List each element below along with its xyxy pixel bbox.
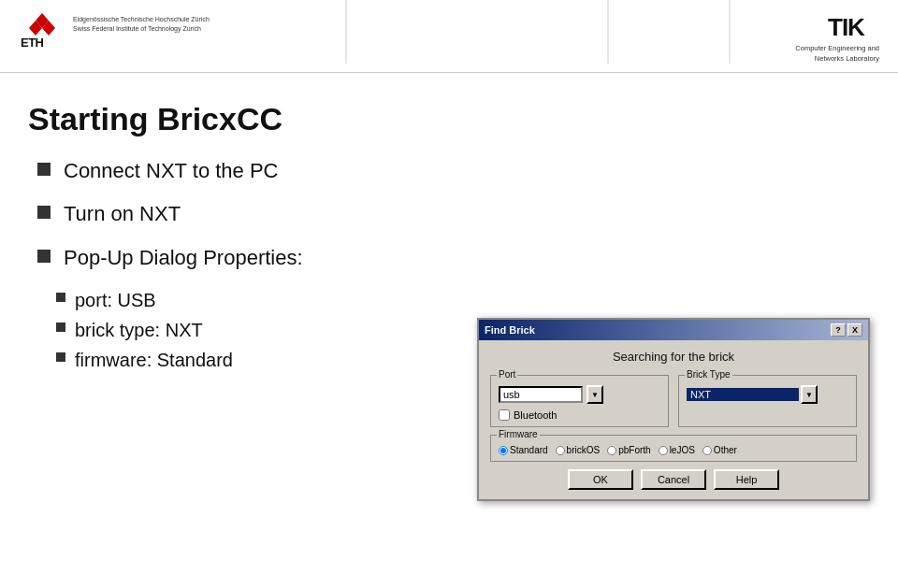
slide-title: Starting BricxCC bbox=[28, 101, 870, 137]
bullet-icon-turn-on bbox=[37, 206, 51, 219]
sub-bullet-port: port: USB bbox=[56, 288, 870, 312]
port-bricktype-row: Port ▼ Bluetooth Brick Type NXT bbox=[490, 375, 857, 427]
brick-type-group: Brick Type NXT ▼ bbox=[678, 375, 857, 427]
svg-text:TIK: TIK bbox=[828, 13, 865, 39]
tik-logo: TIK Computer Engineering and Networks La… bbox=[795, 11, 879, 65]
dialog-help-button[interactable]: ? bbox=[831, 323, 846, 337]
find-brick-dialog: Find Brick ? X Searching for the brick P… bbox=[477, 318, 870, 501]
firmware-pbforth[interactable]: pbForth bbox=[607, 445, 650, 455]
firmware-lejos[interactable]: leJOS bbox=[659, 445, 695, 455]
firmware-label: Firmware bbox=[497, 429, 540, 439]
brick-type-value: NXT bbox=[687, 388, 799, 401]
bluetooth-label: Bluetooth bbox=[514, 409, 557, 421]
bluetooth-checkbox[interactable] bbox=[499, 409, 510, 421]
cancel-button[interactable]: Cancel bbox=[641, 469, 706, 490]
searching-text: Searching for the brick bbox=[490, 350, 857, 364]
port-dropdown-wrapper: ▼ bbox=[587, 385, 603, 404]
ok-button[interactable]: OK bbox=[568, 469, 633, 490]
dialog-titlebar: Find Brick ? X bbox=[479, 320, 868, 340]
sub-bullet-icon-port bbox=[56, 293, 65, 302]
firmware-brickos[interactable]: brickOS bbox=[556, 445, 601, 455]
bullet-list: Connect NXT to the PC Turn on NXT Pop-Up… bbox=[37, 158, 870, 272]
firmware-lejos-radio[interactable] bbox=[659, 446, 668, 455]
dialog-body: Searching for the brick Port ▼ Bluetooth bbox=[479, 340, 868, 499]
dialog-title-buttons: ? X bbox=[831, 323, 862, 337]
eth-institution-text: Eidgenössische Technische Hochschule Zür… bbox=[73, 15, 210, 34]
dialog-title: Find Brick bbox=[485, 324, 535, 336]
bullet-item-connect: Connect NXT to the PC bbox=[37, 158, 870, 185]
header: ETH Eidgenössische Technische Hochschule… bbox=[0, 0, 898, 73]
bullet-item-popup: Pop-Up Dialog Properties: bbox=[37, 245, 870, 272]
firmware-standard[interactable]: Standard bbox=[499, 445, 548, 455]
bullet-icon-popup bbox=[37, 250, 51, 263]
brick-type-row: NXT ▼ bbox=[687, 385, 848, 404]
svg-text:ETH: ETH bbox=[21, 36, 44, 50]
bullet-icon-connect bbox=[37, 163, 51, 176]
bullet-item-turn-on: Turn on NXT bbox=[37, 201, 870, 228]
tik-institution-text: Computer Engineering and Networks Labora… bbox=[795, 43, 879, 65]
firmware-other-radio[interactable] bbox=[702, 446, 712, 455]
tik-logo-graphic: TIK bbox=[828, 11, 879, 39]
firmware-other[interactable]: Other bbox=[702, 445, 737, 455]
brick-type-dropdown-button[interactable]: ▼ bbox=[801, 385, 818, 404]
dialog-close-button[interactable]: X bbox=[847, 323, 862, 337]
firmware-brickos-radio[interactable] bbox=[556, 446, 565, 455]
sub-bullet-icon-brick-type bbox=[56, 323, 65, 332]
firmware-pbforth-radio[interactable] bbox=[607, 446, 616, 455]
port-group: Port ▼ Bluetooth bbox=[490, 375, 669, 427]
brick-type-dropdown-wrapper: ▼ bbox=[801, 385, 818, 404]
firmware-group: Firmware Standard brickOS pbForth leJOS bbox=[490, 435, 857, 462]
firmware-standard-radio[interactable] bbox=[499, 446, 508, 455]
sub-bullet-icon-firmware bbox=[56, 352, 65, 362]
port-input[interactable] bbox=[499, 386, 583, 403]
firmware-radios: Standard brickOS pbForth leJOS Other bbox=[499, 445, 848, 455]
bluetooth-row: Bluetooth bbox=[499, 409, 660, 421]
port-label: Port bbox=[497, 369, 517, 380]
eth-logo: ETH Eidgenössische Technische Hochschule… bbox=[19, 11, 210, 50]
help-button[interactable]: Help bbox=[714, 469, 779, 490]
port-select-row: ▼ bbox=[499, 385, 660, 404]
brick-type-label: Brick Type bbox=[685, 369, 732, 380]
dialog-buttons: OK Cancel Help bbox=[490, 469, 857, 490]
eth-logo-graphic: ETH bbox=[19, 11, 65, 50]
port-dropdown-button[interactable]: ▼ bbox=[587, 385, 603, 404]
